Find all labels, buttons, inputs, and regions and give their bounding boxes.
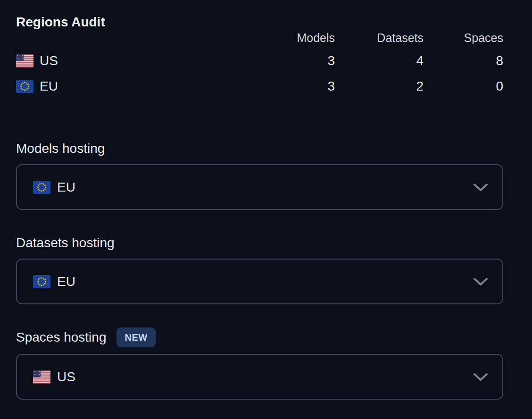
audit-us-datasets-count: 4: [335, 53, 424, 68]
audit-column-spaces: Spaces: [424, 31, 503, 44]
new-badge: NEW: [116, 327, 155, 347]
spaces-hosting-label-row: Spaces hosting NEW: [16, 327, 503, 347]
us-flag-icon: [16, 54, 33, 67]
audit-us-spaces-count: 8: [424, 53, 503, 68]
regions-audit-title: Regions Audit: [16, 14, 503, 30]
audit-eu-datasets-count: 2: [335, 79, 424, 94]
audit-table-body: US 3 4 8 EU 3 2 0: [16, 48, 503, 99]
spaces-hosting-select[interactable]: US: [16, 354, 503, 400]
datasets-hosting-select[interactable]: EU: [16, 259, 503, 304]
chevron-down-icon: [473, 373, 488, 382]
audit-column-models: Models: [259, 31, 335, 44]
chevron-down-icon: [473, 277, 488, 286]
datasets-hosting-value: EU: [57, 274, 75, 289]
audit-column-datasets: Datasets: [335, 31, 424, 44]
audit-region-us: US: [16, 53, 259, 68]
models-hosting-label: Models hosting: [16, 141, 503, 157]
chevron-down-icon: [473, 183, 488, 192]
audit-region-label: US: [40, 53, 58, 68]
audit-region-label: EU: [40, 79, 58, 94]
audit-region-eu: EU: [16, 79, 259, 94]
spaces-hosting-value: US: [57, 369, 75, 385]
audit-row-us: US 3 4 8: [16, 48, 503, 74]
models-hosting-value: EU: [57, 180, 75, 195]
audit-header-spacer: [16, 31, 259, 44]
regions-audit-section: Regions Audit Models Datasets Spaces US …: [16, 14, 503, 99]
audit-row-eu: EU 3 2 0: [16, 74, 503, 99]
eu-flag-icon: [33, 181, 50, 194]
us-flag-icon: [33, 370, 50, 384]
eu-flag-icon: [16, 80, 33, 93]
audit-us-models-count: 3: [259, 53, 335, 68]
audit-eu-spaces-count: 0: [424, 79, 503, 94]
audit-eu-models-count: 3: [259, 79, 335, 94]
eu-flag-icon: [33, 275, 50, 288]
datasets-hosting-label: Datasets hosting: [16, 235, 503, 251]
spaces-hosting-label: Spaces hosting: [16, 329, 106, 345]
regions-settings-panel: Regions Audit Models Datasets Spaces US …: [0, 0, 532, 419]
models-hosting-select[interactable]: EU: [16, 164, 503, 210]
audit-table-header: Models Datasets Spaces: [16, 31, 503, 44]
